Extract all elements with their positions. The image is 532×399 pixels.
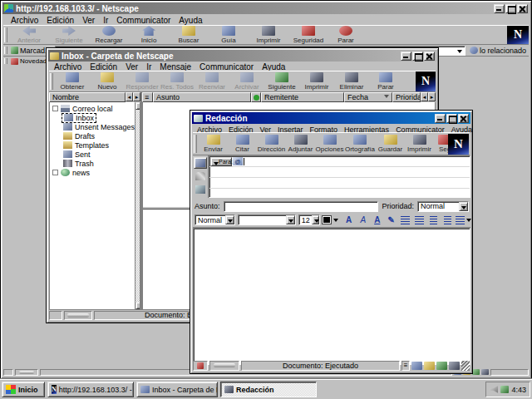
thread-menu-icon[interactable]: ≡ <box>142 92 153 102</box>
compose-close-icon[interactable] <box>458 114 469 123</box>
resize-grip[interactable] <box>461 361 470 371</box>
recipient-grid[interactable]: Para: @ <box>209 155 470 198</box>
mail-security-icon[interactable] <box>49 311 62 320</box>
italic-button[interactable]: A <box>357 214 369 226</box>
home-button[interactable]: Inicio <box>129 26 169 44</box>
folder-column-header[interactable]: Nombre <box>49 92 126 102</box>
folder-row-sent[interactable]: Sent <box>50 150 135 159</box>
back-button[interactable]: Anterior <box>9 26 49 44</box>
mail-close-icon[interactable] <box>424 52 435 61</box>
column-header-subject[interactable]: Asunto <box>153 92 251 102</box>
column-header-priority[interactable]: Prioridad <box>392 92 421 102</box>
thread-column-right-icon[interactable]: ▸ <box>428 92 436 101</box>
address-book-tab[interactable] <box>194 157 207 169</box>
indent-button[interactable] <box>442 214 454 226</box>
composer-component-icon[interactable] <box>481 369 489 375</box>
locbar-grip[interactable] <box>4 47 7 54</box>
start-button[interactable]: Inicio <box>2 382 45 397</box>
attach-button[interactable]: Adjuntar <box>286 133 315 155</box>
message-options-tab[interactable] <box>194 184 207 195</box>
whats-related-button[interactable]: lo relacionado <box>467 45 529 56</box>
menu-edicion[interactable]: Edición <box>42 16 78 25</box>
tray-app-icon[interactable] <box>500 386 509 393</box>
font-color-picker[interactable] <box>323 215 341 224</box>
subject-input[interactable] <box>224 201 379 212</box>
mail-maximize-icon[interactable] <box>412 52 423 61</box>
menu-ayuda[interactable]: Ayuda <box>175 16 206 25</box>
reply-button[interactable]: Responder <box>125 71 160 91</box>
column-header-date[interactable]: Fecha <box>344 92 392 102</box>
recipient-row-empty[interactable] <box>209 167 470 178</box>
send-button[interactable]: Enviar <box>199 133 228 155</box>
folder-scrollbar[interactable] <box>135 102 140 309</box>
priority-select[interactable]: Normal <box>417 201 469 212</box>
navigator-icon[interactable] <box>411 362 422 370</box>
folder-row-inbox[interactable]: Inbox <box>50 113 135 122</box>
thread-column-left-icon[interactable]: ◂ <box>421 92 428 101</box>
attachments-tab[interactable] <box>194 170 207 182</box>
font-dropdown-icon[interactable] <box>286 215 295 224</box>
maximize-icon[interactable] <box>505 4 516 13</box>
mail-minimize-icon[interactable] <box>401 52 411 61</box>
options-button[interactable]: Opciones <box>315 133 344 155</box>
discussions-icon[interactable] <box>436 362 447 370</box>
mail-netscape-logo[interactable]: N <box>416 71 436 91</box>
composer-icon[interactable] <box>449 362 460 370</box>
numbered-list-button[interactable] <box>414 214 426 226</box>
menu-communicator[interactable]: Communicator <box>112 16 175 25</box>
scroll-up-icon[interactable] <box>135 102 140 110</box>
discussions-component-icon[interactable] <box>472 369 480 375</box>
url-dropdown-icon[interactable] <box>456 47 465 56</box>
font-size-select[interactable]: 12 <box>298 214 320 225</box>
minimize-icon[interactable] <box>494 4 505 13</box>
mailbox-icon[interactable] <box>424 362 435 370</box>
compose-maximize-icon[interactable] <box>446 114 457 123</box>
component-bar-handle[interactable]: ≡ <box>401 361 410 371</box>
security-lock-icon[interactable] <box>3 369 13 376</box>
scroll-down-icon[interactable] <box>135 302 140 309</box>
quote-button[interactable]: Citar <box>228 133 257 155</box>
twisty-icon[interactable] <box>52 106 58 111</box>
compose-print-button[interactable]: Imprimir <box>405 133 434 155</box>
mail-toolbar-grip[interactable] <box>50 73 53 90</box>
search-button[interactable]: Buscar <box>169 26 209 44</box>
print-button[interactable]: Imprimir <box>249 26 288 44</box>
mail-print-button[interactable]: Imprimir <box>299 71 334 91</box>
alignment-button[interactable] <box>456 214 469 226</box>
guide-button[interactable]: Guía <box>209 26 249 44</box>
task-inbox[interactable]: Inbox - Carpeta de Netscap... <box>136 382 218 397</box>
column-header-sender[interactable]: Remitente <box>261 92 344 102</box>
paragraph-dropdown-icon[interactable] <box>225 215 234 224</box>
compose-titlebar[interactable]: Redacción <box>192 112 470 124</box>
close-icon[interactable] <box>517 4 528 13</box>
spelling-button[interactable]: Ortografía <box>344 133 376 155</box>
netscape-logo[interactable]: N <box>507 26 529 44</box>
bold-button[interactable]: A <box>343 214 355 226</box>
address-button[interactable]: Dirección <box>257 133 286 155</box>
security-button[interactable]: Seguridad <box>288 26 328 44</box>
folder-row-local[interactable]: Correo local <box>50 104 135 113</box>
quill-button[interactable]: ✎ <box>386 214 397 226</box>
toolbar-grip[interactable] <box>4 27 7 42</box>
compose-minimize-icon[interactable] <box>435 114 446 123</box>
new-message-button[interactable]: Nuevo <box>90 71 125 91</box>
compose-lock-icon[interactable] <box>193 361 208 371</box>
font-select[interactable] <box>238 214 296 225</box>
twisty-icon[interactable] <box>52 170 58 175</box>
bullet-list-button[interactable] <box>400 214 411 226</box>
folder-row-templates[interactable]: Templates <box>50 140 135 150</box>
paragraph-style-select[interactable]: Normal <box>195 214 235 225</box>
color-dropdown-icon[interactable] <box>332 215 341 224</box>
size-dropdown-icon[interactable] <box>312 215 319 224</box>
recipient-row[interactable]: Para: @ <box>209 156 470 167</box>
reload-button[interactable]: Recargar <box>89 26 129 44</box>
browser-titlebar[interactable]: http://192.168.103.3/ - Netscape <box>2 2 530 14</box>
folder-row-trash[interactable]: Trash <box>50 159 135 168</box>
mail-stop-button[interactable]: Parar <box>369 71 402 91</box>
outdent-button[interactable] <box>428 214 440 226</box>
folder-row-unsent[interactable]: Unsent Messages <box>50 122 135 131</box>
column-right-icon[interactable]: ▸ <box>133 92 140 101</box>
forward-message-button[interactable]: Reenviar <box>195 71 229 91</box>
task-browser[interactable]: N http://192.168.103.3/ - N... <box>47 382 134 397</box>
save-button[interactable]: Guardar <box>376 133 405 155</box>
